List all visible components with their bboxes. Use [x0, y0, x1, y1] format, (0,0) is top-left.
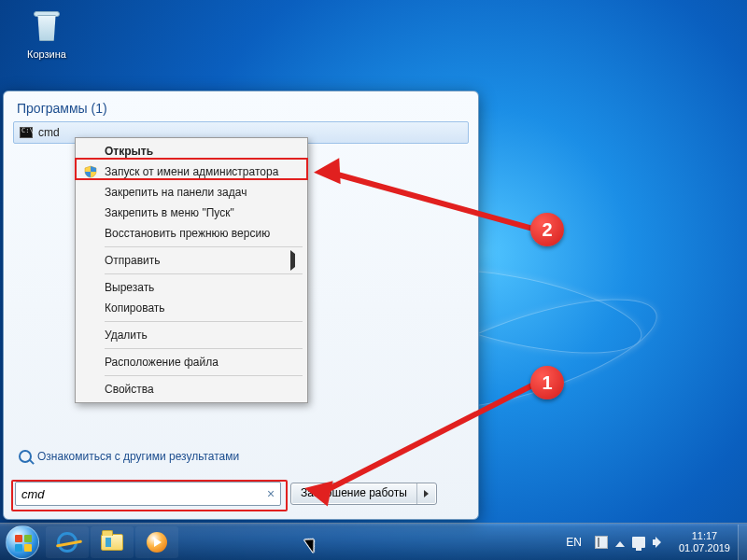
tray-overflow-icon[interactable] [615, 541, 625, 547]
ctx-send-to[interactable]: Отправить [78, 250, 304, 271]
ctx-cut[interactable]: Вырезать [78, 277, 304, 298]
ctx-open-file-location-label: Расположение файла [105, 356, 218, 369]
ctx-open-label: Открыть [105, 145, 153, 158]
media-player-icon [147, 532, 167, 553]
ctx-pin-start[interactable]: Закрепить в меню "Пуск" [78, 203, 304, 223]
ctx-pin-taskbar-label: Закрепить на панели задач [105, 186, 247, 199]
submenu-arrow-icon [290, 254, 295, 267]
ctx-properties[interactable]: Свойства [78, 379, 304, 399]
ctx-properties-label: Свойства [105, 383, 154, 396]
ctx-separator [105, 321, 303, 322]
ctx-restore-previous-label: Восстановить прежнюю версию [105, 227, 270, 240]
ctx-open-file-location[interactable]: Расположение файла [78, 352, 304, 372]
ctx-run-as-admin-label: Запуск от имени администратора [105, 165, 278, 178]
ctx-separator [105, 246, 303, 247]
show-desktop-button[interactable] [738, 525, 747, 560]
ctx-copy[interactable]: Копировать [78, 298, 304, 318]
ctx-restore-previous[interactable]: Восстановить прежнюю версию [78, 223, 304, 244]
ctx-cut-label: Вырезать [105, 281, 154, 294]
annotation-badge-1: 1 [530, 366, 564, 399]
taskbar-media-player-button[interactable] [135, 526, 178, 558]
ctx-separator [105, 375, 303, 376]
recycle-bin-desktop-icon[interactable]: Корзина [19, 7, 75, 60]
chevron-right-icon [424, 490, 429, 497]
ctx-open[interactable]: Открыть [78, 141, 304, 161]
start-menu-search-input[interactable]: cmd × [15, 482, 281, 506]
ctx-delete[interactable]: Удалить [78, 325, 304, 345]
action-center-icon[interactable] [595, 536, 608, 549]
ctx-delete-label: Удалить [105, 329, 148, 342]
annotation-badge-1-label: 1 [542, 372, 552, 394]
shutdown-options-arrow[interactable] [417, 483, 436, 504]
network-icon[interactable] [632, 537, 645, 548]
windows-orb-icon [6, 525, 39, 559]
taskbar-explorer-button[interactable] [91, 526, 134, 558]
uac-shield-icon [84, 165, 97, 178]
taskbar: EN 11:17 01.07.2019 [0, 523, 747, 560]
ctx-copy-label: Копировать [105, 301, 165, 315]
language-indicator[interactable]: EN [558, 536, 589, 549]
search-category-header: Программы (1) [4, 91, 478, 121]
more-results-link[interactable]: Ознакомиться с другими результатами [7, 444, 250, 469]
annotation-badge-2: 2 [530, 213, 564, 246]
start-button[interactable] [4, 524, 41, 561]
annotation-arrowhead-1 [302, 475, 332, 506]
ctx-separator [105, 348, 303, 349]
ctx-separator [105, 273, 303, 274]
volume-icon[interactable] [653, 536, 666, 549]
ctx-send-to-label: Отправить [105, 254, 161, 267]
search-result-label: cmd [38, 126, 60, 139]
desktop: Корзина Программы (1) cmd Ознакомиться с… [0, 0, 747, 560]
search-icon [19, 450, 32, 463]
context-menu: Открыть Запуск от имени администратора З… [75, 137, 308, 403]
annotation-badge-2-label: 2 [542, 219, 552, 241]
cmd-icon [20, 127, 33, 138]
clock-time: 11:17 [679, 530, 730, 542]
ctx-run-as-admin[interactable]: Запуск от имени администратора [78, 161, 304, 182]
search-input-value: cmd [21, 487, 45, 501]
file-explorer-icon [101, 534, 123, 551]
more-results-label: Ознакомиться с другими результатами [37, 450, 239, 463]
ctx-pin-start-label: Закрепить в меню "Пуск" [105, 206, 234, 219]
recycle-bin-icon [27, 7, 66, 47]
taskbar-ie-button[interactable] [46, 526, 89, 558]
taskbar-clock[interactable]: 11:17 01.07.2019 [671, 530, 738, 554]
system-tray: EN 11:17 01.07.2019 [558, 524, 747, 560]
clear-search-icon[interactable]: × [267, 486, 275, 501]
annotation-arrowhead-2 [313, 158, 340, 185]
recycle-bin-label: Корзина [19, 49, 75, 60]
clock-date: 01.07.2019 [679, 542, 730, 554]
internet-explorer-icon [57, 532, 78, 553]
ctx-pin-taskbar[interactable]: Закрепить на панели задач [78, 182, 304, 203]
